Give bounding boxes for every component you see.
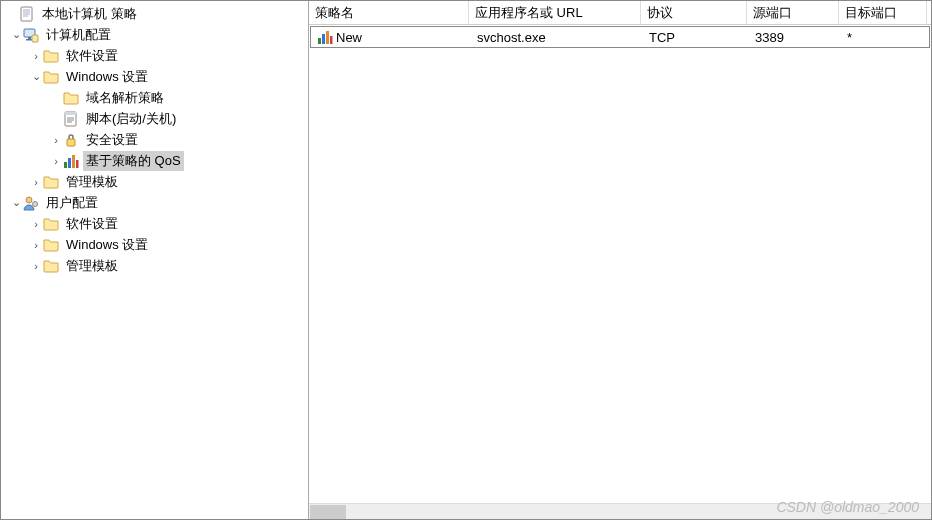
tree-label: 脚本(启动/关机)	[83, 109, 179, 129]
tree-qos-policy[interactable]: › 基于策略的 QoS	[1, 150, 308, 171]
tree-windows-settings[interactable]: ⌄ Windows 设置	[1, 66, 308, 87]
scrollbar-thumb[interactable]	[310, 505, 346, 519]
tree-label: 软件设置	[63, 214, 121, 234]
tree-admin-templates[interactable]: › 管理模板	[1, 171, 308, 192]
column-source-port[interactable]: 源端口	[747, 1, 839, 24]
qos-bars-icon	[317, 29, 333, 45]
document-icon	[19, 6, 35, 22]
cell-app-or-url: svchost.exe	[471, 28, 643, 47]
tree-label: 软件设置	[63, 46, 121, 66]
table-header: 策略名 应用程序名或 URL 协议 源端口 目标端口	[309, 1, 931, 25]
lock-icon	[63, 132, 79, 148]
cell-protocol: TCP	[643, 28, 749, 47]
tree-label: 域名解析策略	[83, 88, 167, 108]
tree-label: 管理模板	[63, 256, 121, 276]
cell-dest-port: *	[841, 28, 929, 47]
expander-icon[interactable]: ›	[29, 238, 43, 252]
expander-icon[interactable]: ›	[49, 133, 63, 147]
expander-icon[interactable]: ›	[29, 217, 43, 231]
folder-icon	[43, 174, 59, 190]
column-app-or-url[interactable]: 应用程序名或 URL	[469, 1, 641, 24]
tree-user-software-settings[interactable]: › 软件设置	[1, 213, 308, 234]
column-protocol[interactable]: 协议	[641, 1, 747, 24]
tree-scripts[interactable]: 脚本(启动/关机)	[1, 108, 308, 129]
spacer	[5, 7, 19, 21]
tree-pane[interactable]: 本地计算机 策略 ⌄ 计算机配置 › 软件设置 ⌄ Windows 设置 域名解…	[1, 1, 309, 519]
folder-icon	[43, 237, 59, 253]
main-container: 本地计算机 策略 ⌄ 计算机配置 › 软件设置 ⌄ Windows 设置 域名解…	[1, 1, 931, 519]
expander-icon[interactable]: ›	[49, 154, 63, 168]
spacer	[49, 112, 63, 126]
qos-bars-icon	[63, 153, 79, 169]
tree-label: 安全设置	[83, 130, 141, 150]
tree-label: 计算机配置	[43, 25, 114, 45]
tree-computer-config[interactable]: ⌄ 计算机配置	[1, 24, 308, 45]
spacer	[49, 91, 63, 105]
table-row[interactable]: New svchost.exe TCP 3389 *	[310, 26, 930, 48]
horizontal-scrollbar[interactable]	[309, 503, 931, 519]
folder-icon	[43, 69, 59, 85]
expander-icon[interactable]: ⌄	[9, 196, 23, 210]
tree-user-windows-settings[interactable]: › Windows 设置	[1, 234, 308, 255]
script-icon	[63, 111, 79, 127]
tree-root[interactable]: 本地计算机 策略	[1, 3, 308, 24]
folder-icon	[43, 258, 59, 274]
tree-label: 本地计算机 策略	[39, 4, 140, 24]
tree-label: Windows 设置	[63, 67, 151, 87]
detail-pane: 策略名 应用程序名或 URL 协议 源端口 目标端口 New svchost.e…	[309, 1, 931, 519]
folder-icon	[43, 216, 59, 232]
expander-icon[interactable]: ›	[29, 175, 43, 189]
computer-icon	[23, 27, 39, 43]
tree-security-settings[interactable]: › 安全设置	[1, 129, 308, 150]
tree-software-settings[interactable]: › 软件设置	[1, 45, 308, 66]
cell-text: New	[336, 30, 362, 45]
expander-icon[interactable]: ⌄	[9, 28, 23, 42]
tree-label: 基于策略的 QoS	[83, 151, 184, 171]
column-dest-port[interactable]: 目标端口	[839, 1, 927, 24]
expander-icon[interactable]: ⌄	[29, 70, 43, 84]
tree-user-config[interactable]: ⌄ 用户配置	[1, 192, 308, 213]
folder-icon	[63, 90, 79, 106]
expander-icon[interactable]: ›	[29, 49, 43, 63]
tree-label: 管理模板	[63, 172, 121, 192]
cell-policy-name: New	[311, 27, 471, 47]
user-icon	[23, 195, 39, 211]
cell-source-port: 3389	[749, 28, 841, 47]
column-policy-name[interactable]: 策略名	[309, 1, 469, 24]
expander-icon[interactable]: ›	[29, 259, 43, 273]
tree-label: Windows 设置	[63, 235, 151, 255]
tree-label: 用户配置	[43, 193, 101, 213]
tree-user-admin-templates[interactable]: › 管理模板	[1, 255, 308, 276]
folder-icon	[43, 48, 59, 64]
tree-dns-policy[interactable]: 域名解析策略	[1, 87, 308, 108]
table-body[interactable]: New svchost.exe TCP 3389 *	[309, 25, 931, 503]
